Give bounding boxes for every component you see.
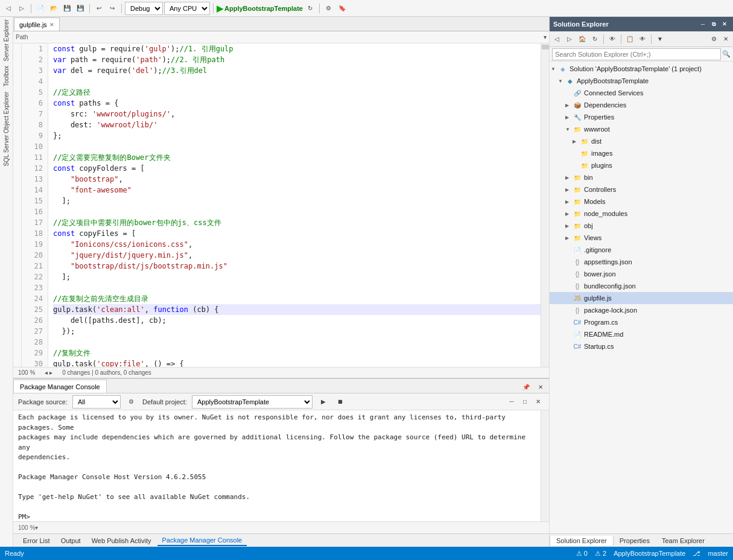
se-item-bower[interactable]: {}bower.json [550, 268, 733, 280]
se-filter-btn[interactable]: ▼ [654, 33, 666, 45]
open-btn[interactable]: 📂 [48, 2, 60, 14]
se-tab-properties[interactable]: Properties [614, 536, 656, 546]
config-dropdown[interactable]: Debug [125, 2, 163, 15]
redo-btn[interactable]: ↪ [106, 2, 118, 14]
se-item-bin[interactable]: ▶📁bin [550, 171, 733, 183]
code-line[interactable]: gulp.task('copy:file', () => { [53, 358, 541, 367]
se-close-btn[interactable]: ✕ [720, 19, 729, 29]
save-all-btn[interactable]: 💾 [74, 2, 86, 14]
se-item-connected-services[interactable]: 🔗Connected Services [550, 87, 733, 99]
code-line[interactable]: const copyFolders = [ [53, 163, 541, 174]
bookmark-btn[interactable]: 🔖 [336, 2, 348, 14]
code-line[interactable]: "jquery/dist/jquery.min.js", [53, 250, 541, 261]
toolbox-label[interactable]: Toolbox [2, 63, 11, 89]
code-line[interactable]: const copyFiles = [ [53, 228, 541, 239]
bottom-tab-web-publish-activity[interactable]: Web Publish Activity [87, 536, 156, 546]
console-output[interactable]: Each package is licensed to you by its o… [13, 410, 541, 521]
code-line[interactable]: "Ionicons/css/ionicons.css", [53, 239, 541, 250]
se-float-btn[interactable]: ⧉ [709, 19, 719, 29]
code-line[interactable]: var path = require('path');//2. 引用path [53, 54, 541, 65]
sql-explorer-label[interactable]: SQL Server Object Explorer [2, 89, 11, 169]
editor-scrollbar[interactable] [541, 43, 549, 367]
se-solution-root[interactable]: ▼◈Solution 'ApplyBootstrapTemplate' (1 p… [550, 63, 733, 75]
bottom-tab-output[interactable]: Output [56, 536, 86, 546]
code-line[interactable]: src: 'wwwroot/plugins/', [53, 109, 541, 119]
code-line[interactable]: //复制文件 [53, 348, 541, 358]
code-line[interactable] [53, 206, 541, 217]
pkg-manager-tab[interactable]: Package Manager Console [13, 380, 107, 393]
new-file-btn[interactable]: 📄 [34, 2, 46, 14]
undo-btn[interactable]: ↩ [93, 2, 105, 14]
console-zoom[interactable]: 100 % [18, 524, 35, 531]
console-x-btn[interactable]: ✕ [532, 396, 544, 408]
se-tab-team-explorer[interactable]: Team Explorer [656, 536, 711, 546]
se-back-btn[interactable]: ◁ [551, 33, 563, 45]
se-pin-btn[interactable]: ─ [698, 19, 708, 29]
se-item-node_modules[interactable]: ▶📁node_modules [550, 208, 733, 220]
code-line[interactable]: gulp.task('clean:all', function (cb) { [53, 304, 541, 315]
se-tab-solution-explorer[interactable]: Solution Explorer [550, 536, 614, 546]
se-item-models[interactable]: ▶📁Models [550, 196, 733, 208]
code-line[interactable]: //定义项目中需要引用的bower包中的js、css文件 [53, 217, 541, 228]
se-search-icon[interactable]: 🔍 [722, 50, 731, 58]
se-item-plugins[interactable]: 📁plugins [550, 159, 733, 171]
se-item-gitignore[interactable]: 📄.gitignore [550, 244, 733, 256]
code-line[interactable]: }; [53, 130, 541, 141]
console-min-btn[interactable]: ─ [506, 396, 518, 408]
console-close-btn[interactable]: ✕ [535, 381, 547, 393]
se-settings-btn[interactable]: ⚙ [708, 33, 720, 45]
forward-btn[interactable]: ▷ [16, 2, 28, 14]
gulpfile-tab[interactable]: gulpfile.js ✕ [14, 18, 60, 31]
profile-btn[interactable]: ⚙ [323, 2, 335, 14]
code-line[interactable]: del([paths.dest], cb); [53, 315, 541, 326]
refresh-btn[interactable]: ↻ [304, 2, 316, 14]
console-max-btn[interactable]: □ [519, 396, 531, 408]
se-props-btn[interactable]: 📋 [624, 33, 636, 45]
code-line[interactable] [53, 282, 541, 293]
code-line[interactable] [53, 141, 541, 152]
se-item-images[interactable]: 📁images [550, 147, 733, 159]
bottom-tab-package-manager-console[interactable]: Package Manager Console [157, 535, 247, 546]
se-forward-btn[interactable]: ▷ [563, 33, 576, 45]
settings-btn[interactable]: ⚙ [125, 396, 138, 408]
stop-script-btn[interactable]: ⏹ [334, 396, 346, 408]
code-line[interactable]: var del = require('del');//3.引用del [53, 65, 541, 76]
se-item-views[interactable]: ▶📁Views [550, 232, 733, 244]
se-close-btn2[interactable]: ✕ [720, 33, 732, 45]
back-btn[interactable]: ◁ [2, 2, 14, 14]
se-item-dependencies[interactable]: ▶📦Dependencies [550, 99, 733, 111]
code-line[interactable]: "bootstrap", [53, 174, 541, 185]
code-line[interactable] [53, 337, 541, 348]
se-item-appsettings[interactable]: {}appsettings.json [550, 256, 733, 268]
run-button[interactable]: ▶ ApplyBootstrapTemplate [217, 4, 303, 13]
se-item-gulpfile[interactable]: JSgulpfile.js [550, 292, 733, 304]
se-preview-btn[interactable]: 👁 [636, 33, 649, 45]
se-home-btn[interactable]: 🏠 [576, 33, 588, 45]
console-pin-btn[interactable]: 📌 [520, 381, 532, 393]
code-line[interactable]: dest: 'wwwroot/lib/' [53, 119, 541, 130]
save-btn[interactable]: 💾 [61, 2, 73, 14]
se-item-readme[interactable]: 📄README.md [550, 328, 733, 340]
se-item-controllers[interactable]: ▶📁Controllers [550, 183, 733, 196]
code-line[interactable]: ]; [53, 196, 541, 206]
se-item-properties[interactable]: ▶🔧Properties [550, 111, 733, 123]
code-content[interactable]: const gulp = require('gulp');//1. 引用gulp… [48, 43, 541, 367]
run-script-btn[interactable]: ▶ [317, 396, 329, 408]
code-line[interactable]: }); [53, 326, 541, 337]
code-line[interactable]: //在复制之前先清空生成目录 [53, 293, 541, 304]
se-project-root[interactable]: ▼◆ApplyBootstrapTemplate [550, 75, 733, 87]
tab-close-icon[interactable]: ✕ [49, 22, 54, 28]
code-line[interactable] [53, 76, 541, 87]
bottom-tab-error-list[interactable]: Error List [18, 536, 55, 546]
zoom-level[interactable]: 100 % [18, 369, 35, 376]
code-line[interactable]: ]; [53, 272, 541, 282]
code-line[interactable]: const paths = { [53, 98, 541, 109]
code-line[interactable]: "bootstrap/dist/js/bootstrap.min.js" [53, 261, 541, 272]
project-dropdown[interactable]: ApplyBootstrapTemplate [192, 395, 313, 409]
se-show-all-btn[interactable]: 👁 [606, 33, 618, 45]
se-item-dist[interactable]: ▶📁dist [550, 135, 733, 147]
platform-dropdown[interactable]: Any CPU [164, 2, 210, 15]
se-item-bundleconfig[interactable]: {}bundleconfig.json [550, 280, 733, 292]
se-item-wwwroot[interactable]: ▼📁wwwroot [550, 123, 733, 135]
code-line[interactable]: //定义需要完整复制的Bower文件夹 [53, 152, 541, 163]
